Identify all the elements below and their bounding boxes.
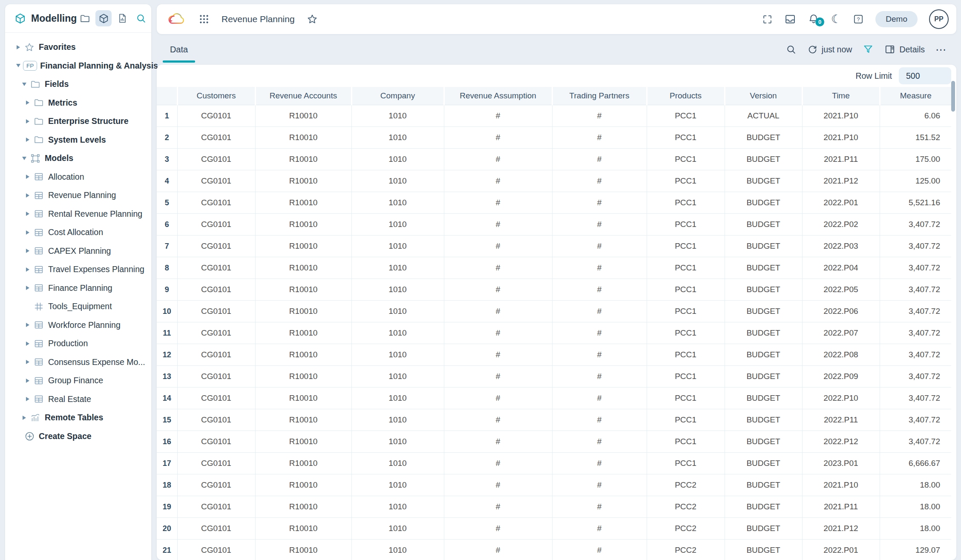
sidebar-item-enterprise-structure[interactable]: Enterprise Structure [5,112,151,131]
chevron-right-icon[interactable] [23,119,32,123]
chevron-down-icon[interactable] [20,157,29,160]
fullscreen-icon[interactable] [762,14,773,25]
table-cell: PCC1 [647,149,725,170]
table-cell: 1010 [351,214,444,235]
table-cell: PCC1 [647,322,725,344]
chevron-right-icon[interactable] [23,342,32,346]
column-header[interactable]: Products [647,87,725,105]
sidebar-item-favorites[interactable]: Favorites [5,38,151,57]
chevron-right-icon[interactable] [14,45,23,49]
dark-mode-icon[interactable]: ☾ [831,14,841,25]
sidebar-item-create-space[interactable]: Create Space [5,427,151,446]
column-header[interactable]: Trading Partners [552,87,647,105]
sidebar-item-revenue-planning[interactable]: Revenue Planning [5,186,151,205]
chevron-right-icon[interactable] [23,175,32,179]
filter-icon[interactable] [863,44,874,55]
sidebar-item-travel-expenses-planning[interactable]: Travel Expenses Planning [5,260,151,279]
sidebar-item-rental-revenue-planning[interactable]: Rental Revenue Planning [5,205,151,224]
sidebar-item-tools-equipment[interactable]: Tools_Equipment [5,297,151,316]
models-icon [29,153,42,164]
sidebar-item-label: Remote Tables [45,413,103,422]
sidebar-item-consensus-expense-mo[interactable]: Consensus Expense Mo... [5,353,151,372]
bell-icon[interactable]: 0 [808,13,820,25]
cube-icon[interactable] [95,10,112,26]
chevron-right-icon[interactable] [20,416,29,420]
avatar[interactable]: PP [929,9,949,29]
more-icon[interactable]: ⋯ [935,43,947,56]
sidebar-item-metrics[interactable]: Metrics [5,94,151,112]
chevron-right-icon[interactable] [23,193,32,198]
chevron-right-icon[interactable] [23,323,32,327]
environment-badge[interactable]: Demo [875,11,918,27]
table-cell: 3,407.72 [880,279,951,301]
report-icon[interactable] [114,10,130,26]
sidebar-item-capex-planning[interactable]: CAPEX Planning [5,242,151,261]
table-cell: # [552,149,647,170]
chevron-right-icon[interactable] [23,267,32,272]
column-header[interactable]: Version [725,87,802,105]
chevron-down-icon[interactable] [14,64,23,67]
sidebar-item-cost-allocation[interactable]: Cost Allocation [5,223,151,242]
chevron-right-icon[interactable] [23,397,32,401]
chevron-right-icon[interactable] [23,379,32,383]
search-icon[interactable] [133,10,149,26]
favorite-star-icon[interactable] [307,14,318,25]
table-row: 16CG0101R100101010##PCC1BUDGET2022.P123,… [157,431,951,453]
table-cell: 2021.P10 [802,127,880,149]
help-icon[interactable]: ? [853,14,864,25]
chevron-right-icon[interactable] [23,101,32,105]
chevron-right-icon[interactable] [23,138,32,142]
chevron-down-icon[interactable] [20,83,29,86]
vertical-scrollbar[interactable] [951,81,955,112]
chevron-right-icon[interactable] [23,286,32,290]
table-cell: R10010 [255,540,351,560]
apps-grid-icon[interactable] [199,14,210,25]
search-icon[interactable] [786,44,797,55]
table-row: 13CG0101R100101010##PCC1BUDGET2022.P093,… [157,366,951,388]
table-icon [32,246,45,256]
sidebar-item-label: Fields [45,79,69,89]
column-header[interactable]: Customers [177,87,255,105]
table-cell: 2021.P10 [802,105,880,127]
tab-data[interactable]: Data [163,34,195,65]
details-control[interactable]: Details [884,44,925,55]
folder-icon [32,98,45,108]
space-badge: FP [23,61,37,71]
sidebar-item-system-levels[interactable]: System Levels [5,131,151,149]
sidebar-item-allocation[interactable]: Allocation [5,168,151,187]
table-cell: # [444,301,552,322]
chevron-right-icon[interactable] [23,212,32,216]
row-number: 10 [157,301,177,322]
sidebar-item-models[interactable]: Models [5,149,151,168]
table-cell: # [444,127,552,149]
inbox-icon[interactable] [784,13,796,25]
table-row: 15CG0101R100101010##PCC1BUDGET2022.P113,… [157,409,951,431]
chevron-right-icon[interactable] [23,230,32,235]
table-cell: # [444,214,552,235]
refresh-control[interactable]: just now [807,44,852,55]
column-header[interactable]: Company [351,87,444,105]
folder-icon [29,79,42,89]
sidebar-item-financial-planning-analysis[interactable]: FPFinancial Planning & Analysis [5,57,151,75]
table-row: 9CG0101R100101010##PCC1BUDGET2022.P053,4… [157,279,951,301]
chevron-right-icon[interactable] [23,360,32,364]
column-header[interactable]: Time [802,87,880,105]
table-cell: R10010 [255,344,351,366]
sidebar-item-finance-planning[interactable]: Finance Planning [5,279,151,298]
sidebar-item-workforce-planning[interactable]: Workforce Planning [5,316,151,335]
sidebar-item-fields[interactable]: Fields [5,75,151,94]
column-header[interactable]: Revenue Assumption [444,87,552,105]
chevron-right-icon[interactable] [23,249,32,253]
column-header[interactable]: Revenue Accounts [255,87,351,105]
sidebar-item-remote-tables[interactable]: Remote Tables [5,408,151,427]
table-cell: PCC1 [647,431,725,453]
table-cell: 125.00 [880,170,951,192]
folder-icon[interactable] [77,10,93,26]
sidebar-item-group-finance[interactable]: Group Finance [5,371,151,390]
table-cell: BUDGET [725,214,802,235]
sidebar-item-real-estate[interactable]: Real Estate [5,390,151,409]
table-icon [32,376,45,386]
column-header[interactable]: Measure [880,87,951,105]
sidebar-item-production[interactable]: Production [5,334,151,353]
row-limit-input[interactable]: 500 [899,67,951,84]
